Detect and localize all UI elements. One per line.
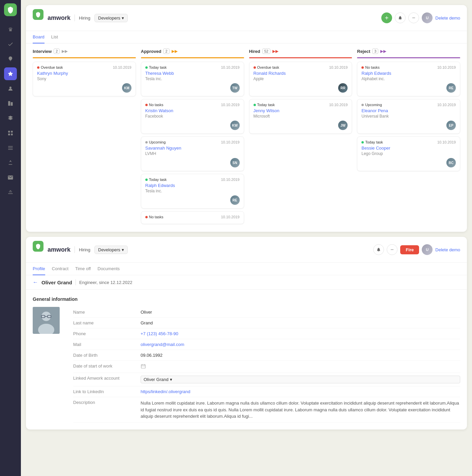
user-avatar[interactable]: U — [422, 12, 433, 23]
sidebar-item-person[interactable] — [4, 82, 17, 95]
card-name[interactable]: Jenny Wilson — [254, 108, 348, 113]
card-ralph-edwards-reject[interactable]: No tasks 10.10.2019 Ralph Edwards Alphab… — [357, 62, 460, 96]
sidebar-item-star[interactable] — [4, 67, 17, 80]
delete-demo-link-2[interactable]: Delete demo — [435, 247, 460, 252]
card-name[interactable]: Theresa Webb — [145, 71, 240, 76]
task-status: Upcoming — [145, 140, 166, 144]
card-name[interactable]: Savannah Nguyen — [145, 146, 240, 151]
field-mail-value[interactable]: olivergrand@mail.com — [141, 342, 460, 347]
sidebar-item-bulb[interactable] — [4, 53, 17, 65]
card-name[interactable]: Kristin Watson — [145, 108, 240, 113]
panel-profile: amwork Hiring Developers ▾ Fire U Delete… — [26, 237, 467, 430]
sidebar-logo[interactable] — [4, 3, 17, 16]
panel-group-dropdown[interactable]: Developers ▾ — [94, 14, 128, 22]
profile-layout: Name Oliver Last name Grand Phone +7 (12… — [33, 307, 460, 423]
avatar: RE — [230, 195, 240, 205]
card-eleanor-pena[interactable]: Upcoming 10.10.2019 Eleanor Pena Univers… — [357, 99, 460, 134]
minus-button[interactable] — [408, 12, 419, 23]
task-status: Today task — [145, 65, 167, 69]
sidebar-item-layers[interactable] — [4, 112, 17, 125]
field-start-work-value[interactable] — [141, 363, 460, 370]
tab-board[interactable]: Board — [33, 31, 45, 43]
panel-section: Hiring — [79, 15, 90, 21]
svg-rect-4 — [11, 131, 13, 132]
column-hired-title: Hired — [249, 49, 260, 54]
card-header: No tasks 10.10.2019 — [361, 65, 456, 69]
back-arrow[interactable]: ← — [33, 279, 38, 285]
sidebar-item-mail[interactable] — [4, 171, 17, 184]
dot-red — [145, 216, 148, 218]
card-name[interactable]: Ralph Edwards — [145, 183, 240, 188]
field-description-label: Description — [73, 400, 141, 405]
card-savannah-nguyen[interactable]: Upcoming 10.10.2019 Savannah Nguyen LVMH… — [141, 136, 244, 171]
card-avatar-area: JW — [254, 121, 348, 130]
field-linkedin-value[interactable]: https/linkedin/.olivergrand — [141, 389, 460, 394]
tab-documents[interactable]: Documents — [97, 263, 120, 275]
card-kathryn-murphy[interactable]: Overdue task 10.10.2019 Kathryn Murphy S… — [33, 62, 136, 96]
general-info-title: General information — [33, 296, 460, 302]
card-name[interactable]: Bessie Cooper — [361, 146, 456, 151]
avatar: BC — [446, 158, 456, 167]
card-kristin-watson[interactable]: No tasks 10.10.2019 Kristin Watson Faceb… — [141, 99, 244, 134]
card-bessie-cooper[interactable]: Today task 10.10.2019 Bessie Cooper Lego… — [357, 136, 460, 171]
column-reject: Reject 3 ▶▶ No tasks 10.10.2019 — [357, 49, 460, 227]
card-name[interactable]: Kathryn Murphy — [37, 71, 131, 76]
svg-rect-16 — [141, 364, 145, 368]
sidebar-item-sliders[interactable] — [4, 186, 17, 199]
field-mail: Mail olivergrand@mail.com — [73, 339, 460, 350]
card-company: Sony — [37, 76, 131, 81]
header-actions-2: Fire U Delete demo — [360, 244, 460, 255]
card-ronald-richards[interactable]: Overdue task 10.10.2019 Ronald Richards … — [249, 62, 352, 96]
sidebar-item-box[interactable] — [4, 127, 17, 139]
card-date: 10.10.2019 — [221, 215, 239, 219]
panel2-group-dropdown[interactable]: Developers ▾ — [94, 246, 128, 254]
card-ralph-edwards-approved[interactable]: Today task 10.10.2019 Ralph Edwards Tesl… — [141, 174, 244, 209]
sidebar-item-check[interactable] — [4, 38, 17, 51]
sidebar-item-lines[interactable] — [4, 141, 17, 154]
profile-photo — [33, 307, 60, 334]
panel-board-header: amwork Hiring Developers ▾ U Delete demo — [26, 5, 467, 31]
card-name[interactable]: Ronald Richards — [254, 71, 348, 76]
bell-button[interactable] — [395, 12, 406, 23]
field-phone-value[interactable]: +7 (123) 456-78-90 — [141, 331, 460, 336]
tab-list[interactable]: List — [51, 31, 58, 43]
column-hired-arrow: ▶▶ — [272, 49, 278, 54]
sidebar-item-crown2[interactable] — [4, 156, 17, 169]
card-jenny-wilson[interactable]: Today task 10.10.2019 Jenny Wilson Micro… — [249, 99, 352, 134]
card-name[interactable]: Ralph Edwards — [361, 71, 456, 76]
field-amwork-account-value[interactable]: Oliver Grand ▾ — [141, 376, 460, 383]
card-name[interactable]: Eleanor Pena — [361, 108, 456, 113]
delete-demo-link[interactable]: Delete demo — [435, 15, 460, 21]
sidebar-item-building[interactable] — [4, 97, 17, 110]
amwork-account-dropdown[interactable]: Oliver Grand ▾ — [141, 376, 460, 383]
profile-breadcrumb: ← Oliver Grand Engineer, since 12.12.202… — [26, 275, 467, 290]
svg-rect-7 — [8, 146, 13, 147]
add-button[interactable] — [381, 12, 392, 23]
card-avatar-area: RR — [254, 83, 348, 93]
bell-button-2[interactable] — [373, 244, 384, 255]
sidebar-item-crown[interactable]: ♛ — [4, 23, 17, 36]
panel-logo-text: amwork — [48, 14, 70, 22]
dot-gray — [145, 141, 148, 144]
card-no-tasks[interactable]: No tasks 10.10.2019 — [141, 211, 244, 224]
tab-time-off[interactable]: Time off — [75, 263, 91, 275]
card-company: Tesla inc. — [145, 76, 240, 81]
svg-rect-8 — [8, 148, 13, 148]
user-avatar-2[interactable]: U — [422, 244, 433, 255]
svg-rect-5 — [8, 134, 10, 135]
minus-button-2[interactable] — [387, 244, 397, 255]
dot-red — [361, 66, 364, 69]
column-interview-arrow: ▶▶ — [62, 49, 68, 54]
field-start-work: Date of start of work — [73, 361, 460, 373]
tab-profile[interactable]: Profile — [33, 263, 45, 275]
fire-button[interactable]: Fire — [400, 245, 419, 254]
field-phone-label: Phone — [73, 331, 141, 336]
card-theresa-webb[interactable]: Today task 10.10.2019 Theresa Webb Tesla… — [141, 62, 244, 96]
card-header: Upcoming 10.10.2019 — [361, 103, 456, 107]
profile-nav-tabs: Profile Contract Time off Documents — [26, 263, 467, 275]
chevron-down-icon-2: ▾ — [122, 247, 124, 252]
tab-contract[interactable]: Contract — [52, 263, 68, 275]
profile-divider — [76, 279, 76, 285]
field-name-value: Oliver — [141, 310, 460, 315]
field-dob-value: 09.06.1992 — [141, 353, 460, 358]
